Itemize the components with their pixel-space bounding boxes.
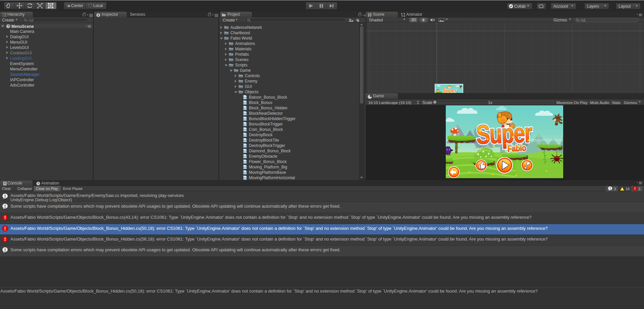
svg-text:C#: C# <box>244 96 247 99</box>
svg-text:C#: C# <box>244 155 247 158</box>
svg-text:C#: C# <box>244 101 247 104</box>
svg-text:C#: C# <box>244 160 247 163</box>
svg-text:C#: C# <box>244 150 247 153</box>
svg-text:C#: C# <box>244 176 247 179</box>
svg-text:C#: C# <box>244 144 247 147</box>
svg-text:C#: C# <box>244 171 247 174</box>
svg-text:C#: C# <box>244 134 247 137</box>
svg-text:C#: C# <box>244 128 247 131</box>
svg-text:Fabio: Fabio <box>507 143 526 154</box>
svg-text:C#: C# <box>244 117 247 120</box>
svg-text:C#: C# <box>244 123 247 126</box>
svg-text:C#: C# <box>244 139 247 142</box>
svg-text:C#: C# <box>244 107 247 110</box>
svg-text:C#: C# <box>244 112 247 115</box>
svg-text:C#: C# <box>244 166 247 169</box>
